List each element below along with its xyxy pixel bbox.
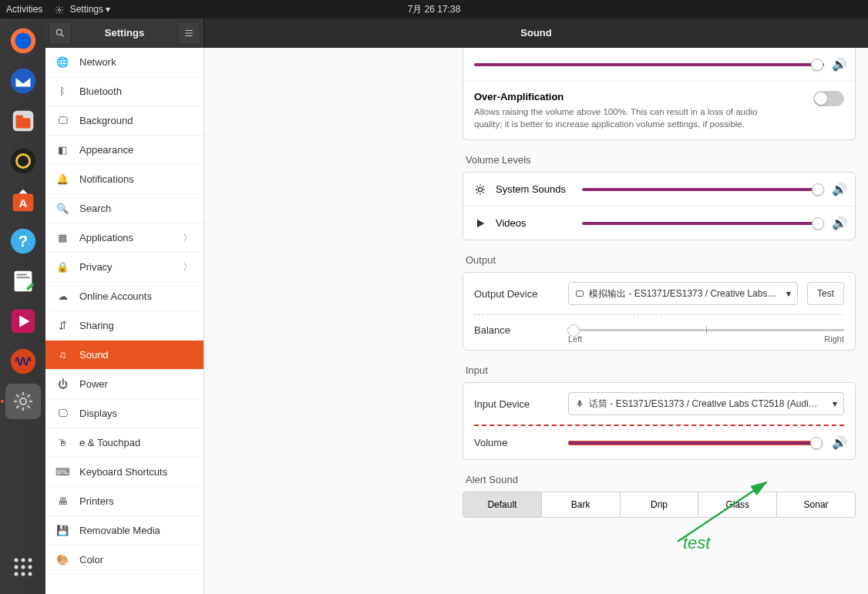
sidebar-item-removable[interactable]: 💾Removable Media: [45, 516, 204, 545]
dock-mediaplayer[interactable]: [5, 304, 41, 339]
output-card: Output Device 模拟输出 - ES1371/ES1373 / Cre…: [463, 272, 856, 351]
sidebar-label: Sharing: [79, 320, 114, 331]
svg-point-7: [10, 149, 35, 173]
svg-rect-31: [577, 291, 584, 297]
sidebar-item-displays[interactable]: 🖵Displays: [45, 399, 204, 428]
content-area[interactable]: 🔊 Over-Amplification Allows raising the …: [204, 48, 868, 594]
sidebar-item-printers[interactable]: 🖶Printers: [45, 487, 204, 516]
sidebar-item-privacy[interactable]: 🔒Privacy〉: [45, 253, 204, 282]
svg-point-24: [21, 565, 25, 569]
sidebar-label: Keyboard Shortcuts: [79, 466, 167, 478]
dock-texteditor[interactable]: [5, 263, 41, 299]
svg-point-22: [28, 559, 32, 562]
dock-settings[interactable]: [5, 384, 41, 419]
sidebar-item-online-accounts[interactable]: ☁Online Accounts: [45, 282, 204, 311]
sidebar-label: Search: [79, 203, 111, 214]
top-panel: Activities Settings ▾ 7月 26 17:38: [0, 0, 868, 18]
dock-audacity[interactable]: [5, 344, 41, 379]
gear-icon: [55, 5, 64, 15]
system-sounds-slider[interactable]: [582, 188, 823, 191]
sidebar-item-network[interactable]: 🌐Network: [45, 48, 204, 77]
output-volume-slider[interactable]: [474, 63, 824, 66]
sidebar-item-search[interactable]: 🔍Search: [45, 194, 204, 223]
svg-point-20: [14, 559, 18, 562]
appearance-icon: ◧: [56, 144, 69, 156]
app-menu[interactable]: Settings ▾: [55, 4, 110, 15]
sidebar[interactable]: 🌐Network ᛒBluetooth 🖵Background ◧Appeara…: [45, 48, 204, 594]
sidebar-label: e & Touchpad: [79, 437, 140, 448]
alert-glass[interactable]: Glass: [698, 492, 777, 517]
sidebar-item-appearance[interactable]: ◧Appearance: [45, 136, 204, 165]
sidebar-label: Printers: [79, 495, 114, 507]
input-device-dropdown[interactable]: 话筒 - ES1371/ES1373 / Creative Labs CT251…: [568, 392, 844, 415]
chevron-down-icon: ▾: [833, 398, 837, 409]
sidebar-item-background[interactable]: 🖵Background: [45, 106, 204, 136]
svg-point-0: [59, 8, 61, 11]
svg-point-27: [21, 572, 25, 576]
sidebar-item-power[interactable]: ⏻Power: [45, 370, 204, 399]
display-icon: 🖵: [56, 408, 69, 420]
chevron-down-icon: ▾: [786, 288, 791, 299]
sidebar-item-sound[interactable]: ♫Sound: [45, 341, 204, 370]
bluetooth-icon: ᛒ: [56, 86, 69, 98]
dock-thunderbird[interactable]: [5, 63, 41, 99]
svg-text:A: A: [19, 196, 27, 210]
over-amp-title: Over-Amplification: [474, 91, 804, 102]
dock-show-apps[interactable]: [5, 549, 41, 585]
sidebar-item-color[interactable]: 🎨Color: [45, 545, 204, 575]
output-device-label: Output Device: [474, 288, 559, 300]
videos-slider[interactable]: [582, 222, 823, 225]
dock-software[interactable]: A: [5, 183, 41, 219]
alert-drip[interactable]: Drip: [621, 492, 699, 517]
input-volume-slider[interactable]: [568, 441, 823, 445]
svg-point-25: [28, 565, 32, 569]
input-device-label: Input Device: [474, 398, 559, 410]
speaker-icon[interactable]: 🔊: [832, 182, 844, 196]
sidebar-label: Removable Media: [79, 525, 160, 536]
svg-rect-6: [15, 115, 23, 119]
settings-window: Settings Sound 🌐Network ᛒBluetooth 🖵Back…: [45, 18, 868, 594]
dock-files[interactable]: [5, 103, 41, 139]
sidebar-item-bluetooth[interactable]: ᛒBluetooth: [45, 77, 204, 106]
over-amp-desc: Allows raising the volume above 100%. Th…: [474, 106, 767, 130]
sidebar-label: Background: [79, 115, 133, 126]
alert-bark[interactable]: Bark: [542, 492, 621, 517]
alert-sound-title: Alert Sound: [466, 474, 856, 485]
sidebar-item-applications[interactable]: ▦Applications〉: [45, 223, 204, 253]
output-device-dropdown[interactable]: 模拟输出 - ES1371/ES1373 / Creative Labs… ▾: [568, 282, 798, 305]
share-icon: ⇵: [56, 320, 69, 332]
cloud-icon: ☁: [56, 290, 69, 303]
music-icon: ♫: [56, 349, 69, 361]
microphone-icon: [575, 399, 584, 408]
sidebar-label: Notifications: [79, 173, 134, 185]
dock-rhythmbox[interactable]: [5, 143, 41, 179]
speaker-icon[interactable]: 🔊: [832, 216, 844, 230]
speaker-icon[interactable]: 🔊: [832, 435, 844, 450]
sidebar-label: Applications: [79, 232, 133, 243]
balance-slider[interactable]: [568, 329, 844, 331]
search-button[interactable]: [49, 22, 72, 45]
speaker-icon[interactable]: 🔊: [832, 57, 844, 72]
sidebar-label: Privacy: [79, 261, 113, 273]
dock: A ?: [0, 18, 45, 594]
sidebar-item-mouse-touchpad[interactable]: 🖱e & Touchpad: [45, 428, 204, 458]
dock-help[interactable]: ?: [5, 223, 41, 259]
chevron-right-icon: 〉: [183, 231, 193, 245]
sidebar-item-keyboard[interactable]: ⌨Keyboard Shortcuts: [45, 458, 204, 487]
alert-sonar[interactable]: Sonar: [777, 492, 855, 517]
clock[interactable]: 7月 26 17:38: [408, 3, 461, 16]
over-amp-toggle[interactable]: [813, 91, 844, 106]
activities-button[interactable]: Activities: [6, 4, 42, 15]
annotation-label: test: [683, 533, 710, 553]
svg-point-26: [14, 572, 18, 576]
test-output-button[interactable]: Test: [807, 282, 844, 305]
globe-icon: 🌐: [56, 56, 69, 69]
color-icon: 🎨: [56, 554, 69, 566]
volume-levels-title: Volume Levels: [466, 154, 856, 166]
sidebar-item-sharing[interactable]: ⇵Sharing: [45, 311, 204, 341]
sidebar-item-notifications[interactable]: 🔔Notifications: [45, 165, 204, 194]
svg-rect-15: [16, 277, 29, 278]
menu-button[interactable]: [177, 22, 200, 45]
dock-firefox[interactable]: [5, 23, 41, 59]
alert-default[interactable]: Default: [463, 492, 542, 517]
